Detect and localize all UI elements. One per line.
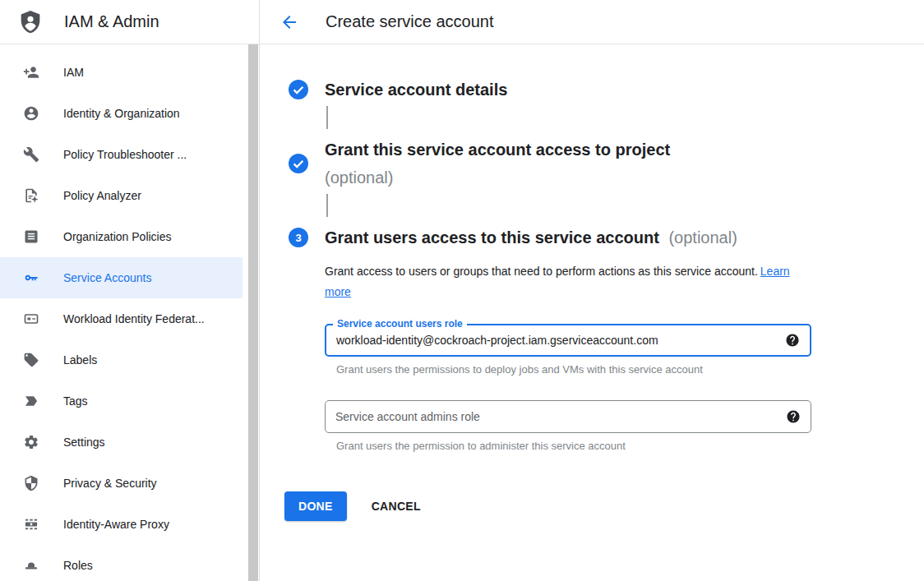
users-role-field-group: Service account users role bbox=[325, 324, 811, 357]
label-tag-icon bbox=[23, 352, 39, 368]
page-title: Create service account bbox=[326, 12, 494, 31]
proxy-icon bbox=[23, 516, 39, 533]
sidebar-scrollbar-thumb[interactable] bbox=[248, 44, 258, 581]
step3-number-badge: 3 bbox=[289, 228, 308, 247]
account-circle-icon bbox=[23, 105, 39, 122]
sidebar-item-label: Identity & Organization bbox=[63, 107, 180, 120]
step1-title: Service account details bbox=[325, 76, 507, 104]
page-header: Create service account bbox=[260, 0, 924, 44]
roles-hat-icon bbox=[23, 557, 39, 574]
article-icon bbox=[23, 228, 39, 245]
step3-body: Grant access to users or groups that nee… bbox=[325, 261, 891, 452]
sidebar-item-identity-organization[interactable]: Identity & Organization bbox=[0, 93, 243, 134]
sidebar-item-labels[interactable]: Labels bbox=[0, 339, 243, 380]
step2-complete-check-icon bbox=[289, 154, 308, 173]
sidebar-item-identity-aware-proxy[interactable]: Identity-Aware Proxy bbox=[0, 504, 243, 545]
step-grant-access-to-project[interactable]: Grant this service account access to pro… bbox=[289, 136, 891, 191]
main-area: Create service account Service account d… bbox=[260, 0, 924, 581]
step1-complete-check-icon bbox=[289, 80, 308, 99]
sidebar-nav: IAM Identity & Organization Policy Troub… bbox=[0, 44, 259, 581]
step3-title: Grant users access to this service accou… bbox=[325, 224, 737, 251]
sidebar-item-label: Labels bbox=[63, 353, 97, 367]
back-button[interactable] bbox=[280, 12, 299, 32]
person-add-icon bbox=[23, 64, 39, 81]
sidebar-item-label: Roles bbox=[63, 559, 93, 572]
sidebar-item-label: Privacy & Security bbox=[63, 477, 157, 490]
stepper-connector bbox=[326, 106, 328, 129]
sidebar-item-label: Policy Analyzer bbox=[63, 189, 141, 202]
done-button[interactable]: DONE bbox=[284, 491, 347, 521]
label-important-icon bbox=[23, 393, 39, 409]
step3-description: Grant access to users or groups that nee… bbox=[325, 261, 795, 302]
gear-icon bbox=[23, 434, 39, 450]
admins-role-field-group bbox=[325, 400, 811, 433]
sidebar-item-label: Settings bbox=[63, 436, 105, 449]
policy-analyzer-icon bbox=[23, 187, 39, 204]
form-actions: DONE CANCEL bbox=[284, 491, 891, 521]
sidebar-item-workload-identity-federation[interactable]: Workload Identity Federat... bbox=[0, 298, 243, 339]
id-card-icon bbox=[23, 311, 39, 327]
sidebar-item-tags[interactable]: Tags bbox=[0, 380, 243, 422]
admins-role-helper-text: Grant users the permission to administer… bbox=[336, 440, 891, 452]
sidebar-item-label: IAM bbox=[63, 66, 84, 79]
app-window: IAM & Admin IAM Identity & Organization … bbox=[0, 0, 924, 581]
sidebar-item-organization-policies[interactable]: Organization Policies bbox=[0, 216, 243, 257]
cancel-button[interactable]: CANCEL bbox=[372, 500, 421, 513]
step-grant-users-access[interactable]: 3 Grant users access to this service acc… bbox=[289, 224, 891, 251]
admins-role-input[interactable] bbox=[335, 410, 778, 423]
sidebar: IAM & Admin IAM Identity & Organization … bbox=[0, 0, 260, 581]
users-role-field-label: Service account users role bbox=[333, 317, 467, 330]
step2-optional-label: (optional) bbox=[325, 164, 670, 191]
product-title: IAM & Admin bbox=[64, 12, 159, 31]
wrench-icon bbox=[23, 146, 39, 163]
sidebar-item-service-accounts[interactable]: Service Accounts bbox=[0, 257, 243, 298]
users-role-helper-text: Grant users the permissions to deploy jo… bbox=[336, 363, 891, 376]
help-icon[interactable] bbox=[785, 333, 800, 348]
sidebar-item-label: Tags bbox=[63, 394, 88, 408]
sidebar-item-policy-troubleshooter[interactable]: Policy Troubleshooter ... bbox=[0, 134, 243, 175]
stepper-content: Service account details Grant this servi… bbox=[260, 44, 924, 521]
stepper-connector bbox=[326, 194, 328, 217]
users-role-input[interactable] bbox=[336, 334, 777, 347]
step2-title: Grant this service account access to pro… bbox=[325, 136, 670, 191]
step3-optional-label: (optional) bbox=[668, 228, 737, 247]
sidebar-header: IAM & Admin bbox=[0, 0, 259, 44]
sidebar-item-label: Identity-Aware Proxy bbox=[63, 518, 169, 531]
sidebar-item-privacy-security[interactable]: Privacy & Security bbox=[0, 463, 243, 504]
sidebar-item-settings[interactable]: Settings bbox=[0, 422, 243, 463]
sidebar-item-label: Workload Identity Federat... bbox=[63, 312, 205, 325]
service-account-key-icon bbox=[23, 270, 39, 286]
admins-role-field bbox=[325, 400, 811, 433]
sidebar-item-policy-analyzer[interactable]: Policy Analyzer bbox=[0, 175, 243, 216]
step-service-account-details[interactable]: Service account details bbox=[289, 76, 891, 104]
sidebar-item-label: Service Accounts bbox=[63, 271, 151, 284]
arrow-back-icon bbox=[280, 12, 299, 32]
sidebar-scrollbar bbox=[248, 44, 258, 581]
sidebar-item-iam[interactable]: IAM bbox=[0, 52, 243, 93]
help-icon[interactable] bbox=[786, 409, 801, 424]
sidebar-item-label: Policy Troubleshooter ... bbox=[63, 148, 187, 161]
security-shield-icon bbox=[23, 475, 39, 491]
iam-admin-shield-icon bbox=[17, 9, 44, 35]
sidebar-item-label: Organization Policies bbox=[63, 230, 172, 243]
sidebar-item-roles[interactable]: Roles bbox=[0, 545, 243, 581]
